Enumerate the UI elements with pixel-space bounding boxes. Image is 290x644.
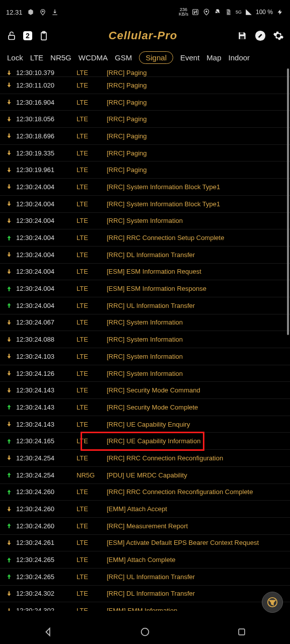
log-tech: LTE — [77, 336, 107, 343]
log-time: 12:30:24.103 — [16, 353, 77, 360]
log-time: 12:30:10.379 — [16, 69, 77, 76]
log-row[interactable]: 12:30:24.004LTE[ESM] ESM Information Req… — [0, 264, 290, 281]
log-row[interactable]: 12:30:24.004LTE[RRC] System Information … — [0, 196, 290, 213]
log-tech: LTE — [77, 149, 107, 157]
log-message: [RRC] UL Information Transfer — [107, 573, 290, 581]
log-time: 12:30:11.020 — [16, 82, 77, 89]
arrow-down-icon — [2, 217, 16, 224]
log-row[interactable]: 12:30:24.004LTE[ESM] ESM Information Res… — [0, 280, 290, 297]
log-row[interactable]: 12:30:24.004LTE[RRC] DL Information Tran… — [0, 247, 290, 264]
log-row[interactable]: 12:30:16.904LTE[RRC] Paging — [0, 94, 290, 111]
tab-lte[interactable]: LTE — [30, 53, 43, 62]
log-message: [RRC] Paging — [107, 166, 290, 174]
app-header: 2 Cellular-Pro — [0, 24, 290, 47]
log-row[interactable]: 12:30:24.165LTE[RRC] UE Capability Infor… — [0, 433, 290, 450]
tab-event[interactable]: Event — [180, 53, 199, 62]
log-row[interactable]: 12:30:24.260LTE[EMM] Attach Accept — [0, 501, 290, 518]
arrow-down-icon — [2, 370, 16, 377]
svg-rect-13 — [239, 629, 245, 635]
nav-back[interactable] — [28, 626, 68, 637]
log-row[interactable]: 12:30:19.961LTE[RRC] Paging — [0, 162, 290, 179]
log-tech: LTE — [77, 234, 107, 242]
arrow-down-icon — [2, 69, 16, 76]
log-row[interactable]: 12:30:24.004LTE[RRC] RRC Connection Setu… — [0, 229, 290, 247]
log-row[interactable]: 12:30:18.696LTE[RRC] Paging — [0, 128, 290, 145]
log-tech: LTE — [77, 421, 107, 428]
log-list[interactable]: 12:30:10.379LTE[RRC] Paging12:30:11.020L… — [0, 67, 290, 611]
log-row[interactable]: 12:30:24.265LTE[RRC] UL Information Tran… — [0, 569, 290, 586]
nav-home[interactable] — [125, 626, 165, 637]
log-tech: LTE — [77, 370, 107, 377]
log-row[interactable]: 12:30:24.067LTE[RRC] System Information — [0, 314, 290, 332]
log-row[interactable]: 12:30:24.260LTE[RRC] Measurement Report — [0, 518, 290, 535]
log-message: [EMM] Attach Accept — [107, 505, 290, 513]
gps-icon — [202, 8, 210, 16]
tab-nr5g[interactable]: NR5G — [50, 53, 71, 62]
log-time: 12:30:24.004 — [16, 268, 77, 275]
arrow-down-icon — [2, 387, 16, 394]
tab-indoor[interactable]: Indoor — [229, 53, 250, 62]
log-time: 12:30:24.260 — [16, 505, 77, 513]
log-row[interactable]: 12:30:24.260LTE[RRC] RRC Connection Reco… — [0, 484, 290, 501]
log-row[interactable]: 12:30:11.020LTE[RRC] Paging — [0, 77, 290, 94]
log-row[interactable]: 12:30:10.379LTE[RRC] Paging — [0, 67, 290, 77]
svg-rect-9 — [240, 36, 244, 39]
tab-lock[interactable]: Lock — [7, 53, 23, 62]
log-message: [RRC] Paging — [107, 69, 290, 76]
log-row[interactable]: 12:30:24.088LTE[RRC] System Information — [0, 331, 290, 348]
svg-rect-8 — [240, 32, 244, 34]
log-row[interactable]: 12:30:24.143LTE[RRC] Security Mode Compl… — [0, 399, 290, 416]
log-row[interactable]: 12:30:24.302LTE[EMM] EMM Information — [0, 602, 290, 611]
clipboard-button[interactable] — [37, 29, 50, 42]
log-message: [RRC] RRC Connection Reconfiguration Com… — [107, 488, 290, 496]
arrow-down-icon — [2, 607, 16, 611]
log-time: 12:30:24.126 — [16, 370, 77, 377]
log-row[interactable]: 12:30:24.302LTE[RRC] DL Information Tran… — [0, 586, 290, 603]
svg-point-12 — [141, 628, 149, 636]
log-tech: LTE — [77, 318, 107, 326]
nav-recent[interactable] — [222, 627, 262, 637]
tab-gsm[interactable]: GSM — [115, 53, 132, 62]
log-time: 12:30:24.254 — [16, 471, 77, 479]
log-time: 12:30:24.067 — [16, 318, 77, 326]
log-row[interactable]: 12:30:19.335LTE[RRC] Paging — [0, 145, 290, 162]
tab-wcdma[interactable]: WCDMA — [79, 53, 108, 62]
tab-map[interactable]: Map — [206, 53, 221, 62]
filter-fab[interactable] — [262, 592, 283, 613]
log-message: [RRC] DL Information Transfer — [107, 590, 290, 597]
lock-button[interactable] — [5, 29, 18, 42]
tab-signal[interactable]: Signal — [139, 51, 173, 64]
log-time: 12:30:16.904 — [16, 99, 77, 106]
log-row[interactable]: 12:30:24.254NR5G[PDU] UE MRDC Capability — [0, 467, 290, 484]
nfc-icon — [191, 8, 199, 16]
settings-button[interactable] — [272, 29, 285, 42]
save-button[interactable] — [236, 29, 249, 42]
log-row[interactable]: 12:30:24.103LTE[RRC] System Information — [0, 348, 290, 365]
log-row[interactable]: 12:30:24.143LTE[RRC] UE Capability Enqui… — [0, 416, 290, 433]
log-message: [RRC] System Information — [107, 370, 290, 377]
log-row[interactable]: 12:30:24.254LTE[RRC] RRC Connection Reco… — [0, 450, 290, 467]
edit-button[interactable] — [254, 29, 267, 42]
log-row[interactable]: 12:30:24.004LTE[RRC] System Information … — [0, 179, 290, 196]
log-row[interactable]: 12:30:24.265LTE[EMM] Attach Complete — [0, 551, 290, 569]
log-message: [RRC] UL Information Transfer — [107, 302, 290, 309]
log-message: [RRC] System Information — [107, 318, 290, 326]
log-row[interactable]: 12:30:24.004LTE[RRC] System Information — [0, 213, 290, 230]
log-row[interactable]: 12:30:18.056LTE[RRC] Paging — [0, 111, 290, 128]
log-row[interactable]: 12:30:24.004LTE[RRC] UL Information Tran… — [0, 297, 290, 314]
arrow-down-icon — [2, 506, 16, 513]
log-time: 12:30:24.004 — [16, 285, 77, 292]
log-row[interactable]: 12:30:24.126LTE[RRC] System Information — [0, 365, 290, 382]
scrollbar[interactable] — [287, 68, 289, 335]
log-message: [RRC] Paging — [107, 149, 290, 157]
log-message: [RRC] Paging — [107, 99, 290, 106]
arrow-down-icon — [2, 421, 16, 428]
count-badge[interactable]: 2 — [23, 31, 32, 40]
log-row[interactable]: 12:30:24.143LTE[RRC] Security Mode Comma… — [0, 382, 290, 399]
log-message: [ESM] Activate Default EPS Bearer Contex… — [107, 539, 290, 546]
log-row[interactable]: 12:30:24.261LTE[ESM] Activate Default EP… — [0, 535, 290, 552]
log-message: [ESM] ESM Information Request — [107, 268, 290, 275]
hex-icon — [27, 8, 35, 16]
log-message: [EMM] EMM Information — [107, 607, 290, 611]
log-tech: LTE — [77, 454, 107, 462]
